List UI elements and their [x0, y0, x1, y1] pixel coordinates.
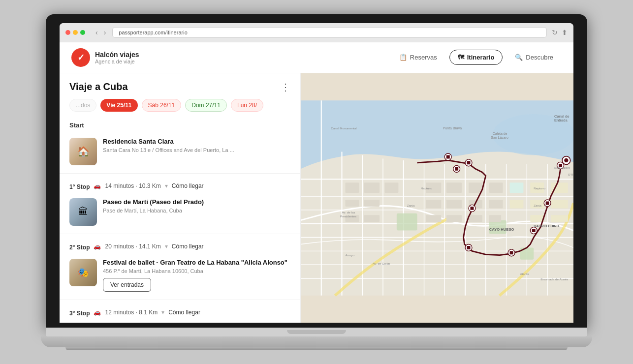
svg-text:Entrada: Entrada — [554, 118, 568, 122]
browser-content: ✓ Halcón viajes Agencia de viaje 📋 Reser… — [60, 42, 573, 323]
date-tab-sun[interactable]: Dom 27/11 — [185, 99, 227, 112]
svg-text:BARRIO CHINO: BARRIO CHINO — [534, 224, 559, 227]
laptop-frame: ‹ › passporterapp.com/itinerario ↻ ⬆ ✓ — [46, 14, 587, 350]
stop-2-info: Festival de ballet - Gran Teatro de La H… — [103, 259, 290, 292]
chevron-down-icon-1: ▾ — [165, 182, 168, 189]
svg-rect-49 — [489, 215, 501, 222]
brand-icon: ✓ — [71, 48, 90, 67]
svg-text:Neptuno: Neptuno — [421, 186, 433, 190]
reservas-icon: 📋 — [399, 54, 407, 61]
svg-rect-43 — [551, 199, 568, 208]
svg-text:Atarés: Atarés — [520, 272, 529, 275]
svg-text:Zanja: Zanja — [534, 203, 541, 207]
traffic-lights — [65, 30, 85, 35]
svg-rect-67 — [546, 201, 549, 205]
como-llegar-2[interactable]: Cómo llegar — [172, 243, 204, 250]
stop-2-card: 🎭 Festival de ballet - Gran Teatro de La… — [69, 254, 290, 297]
start-section: Start 🏠 Residencia Santa Clara Santa Car… — [60, 121, 300, 170]
svg-rect-34 — [510, 182, 524, 193]
reload-icon[interactable]: ↻ — [552, 29, 558, 36]
stop-2-section: 2° Stop 🚗 20 minutos · 14.1 Km ▾ Cómo ll… — [60, 237, 300, 297]
como-llegar-3[interactable]: Cómo llegar — [168, 309, 200, 316]
stop-3-section: 3° Stop 🚗 12 minutos · 8.1 Km ▾ Cómo lle… — [60, 303, 300, 320]
share-icon[interactable]: ⬆ — [562, 29, 568, 36]
svg-text:Neptuno: Neptuno — [534, 186, 545, 190]
svg-rect-33 — [489, 182, 503, 193]
svg-point-71 — [564, 158, 568, 162]
svg-text:Canal Monumental: Canal Monumental — [331, 126, 356, 130]
svg-rect-22 — [397, 213, 417, 230]
start-place-info: Residencia Santa Clara Santa Cara No 13 … — [103, 138, 290, 154]
tab-itinerario[interactable]: 🗺 Itinerario — [449, 50, 503, 65]
minimize-window-button[interactable] — [73, 30, 78, 35]
svg-rect-59 — [471, 206, 474, 210]
car-icon-1: 🚗 — [94, 182, 101, 189]
stop-2-transit: 2° Stop 🚗 20 minutos · 14.1 Km ▾ Cómo ll… — [69, 237, 290, 254]
svg-rect-25 — [345, 182, 359, 193]
svg-text:O'Rei...: O'Rei... — [568, 173, 573, 176]
laptop-base — [41, 336, 592, 347]
stop-1-transit: 1° Stop 🚗 14 minutos · 10.3 Km ▾ Cómo ll… — [69, 177, 290, 193]
maximize-window-button[interactable] — [80, 30, 85, 35]
nav-tabs: 📋 Reservas 🗺 Itinerario 🔍 Descubre — [391, 50, 562, 65]
stop-3-transit: 3° Stop 🚗 12 minutos · 8.1 Km ▾ Cómo lle… — [69, 303, 290, 320]
svg-rect-29 — [364, 199, 380, 206]
laptop-notch — [287, 330, 346, 334]
close-window-button[interactable] — [65, 30, 70, 35]
stop-2-label: 2° Stop — [69, 244, 90, 251]
stop-2-thumbnail: 🎭 — [69, 259, 97, 286]
itinerario-label: Itinerario — [467, 54, 495, 61]
tab-descubre[interactable]: 🔍 Descubre — [506, 50, 562, 65]
stop-1-info: Paseo de Martí (Paseo del Prado) Pase de… — [103, 198, 290, 214]
svg-rect-28 — [345, 199, 359, 206]
trip-title: Viaje a Cuba — [69, 81, 128, 92]
reservas-label: Reservas — [410, 54, 437, 61]
more-options-button[interactable]: ⋮ — [281, 81, 290, 93]
map-svg: Caleta de San Lázaro CAYO HUESO BARRIO C… — [301, 73, 573, 323]
browser-actions: ↻ ⬆ — [552, 29, 568, 36]
svg-rect-57 — [455, 167, 458, 170]
date-tab-prev[interactable]: ...dos — [69, 99, 96, 112]
browser-top-bar: ‹ › passporterapp.com/itinerario ↻ ⬆ — [60, 23, 573, 42]
stop-1-card: 🏛 Paseo de Martí (Paseo del Prado) Pase … — [69, 193, 290, 231]
tab-reservas[interactable]: 📋 Reservas — [391, 50, 445, 65]
svg-text:Ensenada de Atarés: Ensenada de Atarés — [540, 277, 568, 280]
start-place-name: Residencia Santa Clara — [103, 138, 290, 145]
stop-1-thumbnail: 🏛 — [69, 198, 97, 226]
svg-text:Zanja: Zanja — [407, 203, 415, 207]
stop-2-name: Festival de ballet - Gran Teatro de La H… — [103, 259, 290, 266]
map-panel: Caleta de San Lázaro CAYO HUESO BARRIO C… — [301, 73, 573, 323]
svg-rect-61 — [467, 245, 471, 249]
svg-rect-47 — [446, 215, 462, 222]
svg-rect-53 — [446, 155, 450, 158]
forward-button[interactable]: › — [102, 29, 108, 36]
stop-3-transit-text: 12 minutos · 8.1 Km — [105, 309, 158, 316]
brand-logo: ✓ Halcón viajes Agencia de viaje — [71, 48, 139, 67]
address-bar[interactable]: passporterapp.com/itinerario — [112, 27, 547, 38]
left-panel: Viaje a Cuba ⋮ ...dos Vie 25/11 Sáb 26/1… — [60, 73, 301, 323]
svg-rect-26 — [364, 182, 380, 193]
svg-rect-65 — [532, 229, 536, 232]
date-tab-mon[interactable]: Lun 28/ — [231, 99, 263, 112]
itinerario-icon: 🗺 — [458, 54, 464, 61]
laptop-foot — [65, 347, 568, 350]
car-icon-2: 🚗 — [94, 243, 101, 250]
date-tab-sat[interactable]: Sáb 26/11 — [142, 99, 182, 112]
ver-entradas-button[interactable]: Ver entradas — [103, 278, 151, 292]
date-tab-fri[interactable]: Vie 25/11 — [100, 99, 137, 112]
como-llegar-1[interactable]: Cómo llegar — [172, 182, 204, 189]
svg-rect-55 — [467, 161, 471, 164]
stop-2-transit-text: 20 minutos · 14.1 Km — [105, 243, 160, 250]
svg-text:Punta Brava: Punta Brava — [443, 126, 462, 130]
svg-text:Arroyo: Arroyo — [345, 253, 354, 256]
brand-name: Halcón viajes — [95, 51, 139, 59]
svg-text:CAYO HUESO: CAYO HUESO — [489, 227, 514, 231]
back-button[interactable]: ‹ — [94, 29, 99, 36]
browser-chrome: ‹ › passporterapp.com/itinerario ↻ ⬆ ✓ — [60, 23, 573, 323]
start-place-thumbnail: 🏠 — [69, 138, 97, 165]
svg-text:Caleta de: Caleta de — [493, 131, 507, 135]
svg-rect-45 — [364, 215, 380, 222]
stop-1-name: Paseo de Martí (Paseo del Prado) — [103, 198, 290, 206]
brand-subtitle: Agencia de viaje — [95, 59, 139, 64]
brand-text: Halcón viajes Agencia de viaje — [95, 51, 139, 64]
